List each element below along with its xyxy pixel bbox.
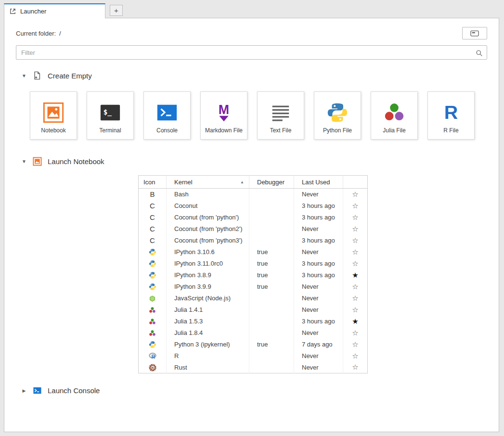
kernel-name: Bash [167, 189, 249, 200]
star-filled-icon[interactable]: ★ [352, 271, 358, 279]
kernel-debugger [249, 235, 294, 246]
kernel-row[interactable]: Python 3 (ipykernel)true7 days ago☆ [139, 339, 368, 350]
file-plus-icon [32, 71, 42, 80]
kernel-debugger [249, 304, 294, 316]
nodejs-kernel-icon [139, 293, 167, 304]
launcher-card-julia[interactable]: Julia File [371, 91, 418, 140]
kernel-row[interactable]: CCoconut (from 'python3')3 hours ago☆ [139, 235, 368, 246]
kernel-name: Julia 1.8.4 [167, 327, 249, 339]
coconut-kernel-icon: C [139, 223, 167, 235]
launcher-card-python[interactable]: Python File [314, 91, 361, 140]
launcher-card-r[interactable]: RR File [427, 91, 475, 140]
column-header-debugger[interactable]: Debugger [249, 176, 294, 189]
caret-down-icon[interactable]: ▼ [21, 73, 27, 78]
coconut-kernel-icon: C [139, 212, 167, 223]
star-outline-icon[interactable]: ☆ [352, 259, 358, 268]
launcher-card-markdown[interactable]: MMarkdown File [200, 91, 247, 140]
notebook-icon [32, 157, 42, 166]
filter-input[interactable] [16, 45, 487, 60]
kernel-row[interactable]: JavaScript (Node.js)Never☆ [139, 293, 368, 304]
new-tab-button[interactable]: + [110, 5, 123, 16]
kernel-debugger [249, 362, 294, 373]
julia-icon [383, 98, 405, 127]
column-header-star[interactable] [343, 176, 368, 189]
star-outline-icon[interactable]: ☆ [352, 248, 358, 256]
kernel-row[interactable]: RRNever☆ [139, 350, 368, 362]
launcher-card-console[interactable]: Console [143, 91, 191, 140]
section-launch-notebook: ▼ Launch Notebook IconKernel▲DebuggerLas… [16, 157, 487, 373]
star-cell: ☆ [343, 350, 368, 362]
section-header-launch-notebook[interactable]: ▼ Launch Notebook [16, 157, 487, 166]
kernel-row[interactable]: IPython 3.8.9true3 hours ago★ [139, 269, 368, 281]
kernel-last-used: Never [294, 350, 343, 362]
star-outline-icon[interactable]: ☆ [352, 294, 358, 302]
kernel-last-used: 3 hours ago [294, 200, 343, 212]
kernel-row[interactable]: RRustNever☆ [139, 362, 368, 373]
launcher-panel: Current folder: / ▼ Create Empty Noteboo… [4, 18, 499, 432]
column-label: Kernel [174, 179, 193, 186]
coconut-kernel-icon: C [139, 235, 167, 246]
kernel-name: R [167, 350, 249, 362]
star-outline-icon[interactable]: ☆ [352, 340, 358, 348]
jupyterlab-window: Launcher + Current folder: / ▼ Create Em… [0, 0, 504, 436]
star-outline-icon[interactable]: ☆ [352, 282, 358, 291]
python-icon [326, 98, 349, 127]
svg-text:R: R [151, 354, 155, 359]
section-header-create-empty[interactable]: ▼ Create Empty [16, 71, 487, 80]
launcher-card-notebook[interactable]: Notebook [30, 91, 77, 140]
launcher-icon [9, 8, 16, 15]
star-outline-icon[interactable]: ☆ [352, 236, 358, 244]
kernel-row[interactable]: CCoconut (from 'python2')Never☆ [139, 223, 368, 235]
kernel-row[interactable]: IPython 3.11.0rc0true3 hours ago☆ [139, 258, 368, 269]
star-outline-icon[interactable]: ☆ [352, 202, 358, 210]
kernel-name: JavaScript (Node.js) [167, 293, 249, 304]
new-view-button[interactable] [462, 27, 487, 39]
kernel-name: IPython 3.8.9 [167, 269, 249, 281]
kernel-last-used: 3 hours ago [294, 316, 343, 327]
star-outline-icon[interactable]: ☆ [352, 352, 358, 360]
terminal-icon: $_ [99, 98, 121, 127]
kernel-last-used: 3 hours ago [294, 258, 343, 269]
column-header-lastused[interactable]: Last Used [294, 176, 343, 189]
sort-asc-icon: ▲ [240, 180, 244, 184]
star-filled-icon[interactable]: ★ [352, 317, 358, 325]
kernel-last-used: Never [294, 246, 343, 258]
tab-launcher[interactable]: Launcher [4, 3, 105, 18]
kernel-row[interactable]: Julia 1.8.4Never☆ [139, 327, 368, 339]
python-kernel-icon [139, 246, 167, 258]
kernel-row[interactable]: CCoconut (from 'python')3 hours ago☆ [139, 212, 368, 223]
rust-kernel-icon: R [139, 362, 167, 373]
star-cell: ☆ [343, 327, 368, 339]
star-outline-icon[interactable]: ☆ [352, 306, 358, 314]
launcher-card-text[interactable]: Text File [257, 91, 304, 140]
column-header-kernel[interactable]: Kernel▲ [167, 176, 249, 189]
kernel-debugger [249, 212, 294, 223]
star-outline-icon[interactable]: ☆ [352, 329, 358, 337]
current-folder-label: Current folder: [16, 30, 56, 37]
kernel-table: IconKernel▲DebuggerLast Used BBashNever☆… [138, 175, 368, 373]
console-icon [156, 98, 178, 127]
kernel-row[interactable]: BBashNever☆ [139, 189, 368, 200]
star-cell: ☆ [343, 281, 368, 293]
current-folder-path: / [59, 30, 61, 37]
star-cell: ★ [343, 316, 368, 327]
star-outline-icon[interactable]: ☆ [352, 363, 358, 371]
kernel-last-used: Never [294, 223, 343, 235]
kernel-row[interactable]: Julia 1.4.1Never☆ [139, 304, 368, 316]
launcher-card-terminal[interactable]: $_Terminal [87, 91, 134, 140]
caret-right-icon[interactable]: ▶ [21, 388, 27, 393]
column-header-icon[interactable]: Icon [139, 176, 167, 189]
star-outline-icon[interactable]: ☆ [352, 225, 358, 233]
kernel-table-wrap: IconKernel▲DebuggerLast Used BBashNever☆… [138, 175, 487, 373]
star-outline-icon[interactable]: ☆ [352, 190, 358, 198]
section-header-launch-console[interactable]: ▶ Launch Console [16, 386, 487, 395]
kernel-row[interactable]: Julia 1.5.33 hours ago★ [139, 316, 368, 327]
kernel-name: Coconut (from 'python3') [167, 235, 249, 246]
kernel-debugger: true [249, 246, 294, 258]
kernel-row[interactable]: IPython 3.10.6trueNever☆ [139, 246, 368, 258]
kernel-row[interactable]: CCoconut3 hours ago☆ [139, 200, 368, 212]
caret-down-icon[interactable]: ▼ [21, 159, 27, 164]
kernel-row[interactable]: IPython 3.9.9trueNever☆ [139, 281, 368, 293]
section-create-empty: ▼ Create Empty Notebook$_TerminalConsole… [16, 71, 487, 140]
star-outline-icon[interactable]: ☆ [352, 213, 358, 221]
